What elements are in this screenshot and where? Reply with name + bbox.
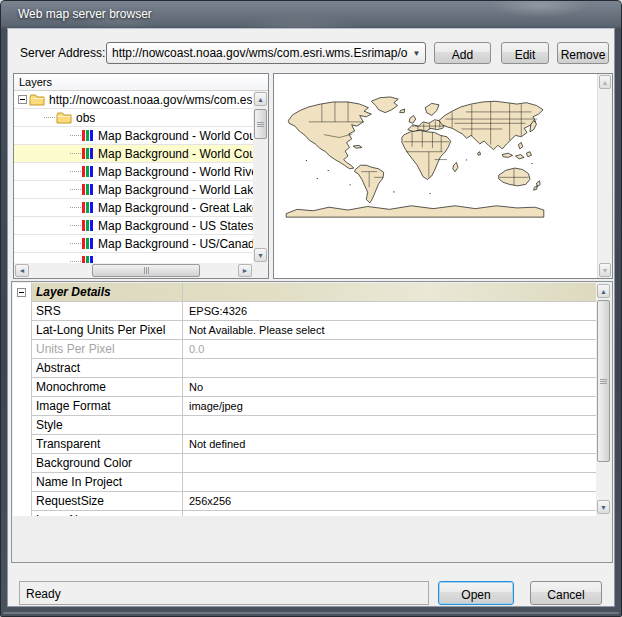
scroll-up-icon[interactable]: ▲ [254,92,267,106]
tree-vertical-scrollbar[interactable]: ▲ ▼ [253,91,268,263]
detail-value[interactable]: EPSG:4326 [183,302,596,320]
cancel-button[interactable]: Cancel [530,581,602,605]
scroll-down-icon[interactable]: ▼ [597,500,610,514]
details-scrollbar-thumb[interactable] [597,300,610,462]
detail-value[interactable] [183,359,596,377]
tree-connector [70,217,81,226]
tree-connector [70,127,81,136]
detail-value[interactable] [183,511,596,516]
collapse-icon[interactable] [18,95,27,104]
detail-value: 0.0 [183,340,596,358]
tree-connector [70,145,81,154]
tree-row-layer[interactable]: Map Background - World Coun [14,127,253,145]
tree-row-label: Map Background - World River [98,165,253,179]
world-map-preview [284,92,546,220]
layer-legend-icon [82,256,93,263]
tree-row-label: Map Background - World Coun [98,129,253,143]
detail-label: RequestSize [31,492,183,510]
tree-connector [44,109,55,118]
tree-row-layer-partial[interactable] [14,253,253,263]
tree-row-label: Map Background - US States - [98,219,253,233]
window-title: Web map server browser [18,7,152,21]
tree-hscrollbar-thumb[interactable] [92,264,200,277]
detail-value[interactable]: image/jpeg [183,397,596,415]
tree-row-layer[interactable]: Map Background - US States - [14,217,253,235]
tree-horizontal-scrollbar[interactable]: ◄ ► [14,263,253,278]
folder-icon [29,94,45,106]
details-row-units-per-pixel: Units Per Pixel 0.0 [31,340,596,359]
layer-details-panel: Layer Details SRS EPSG:4326 Lat-Long Uni… [11,281,613,563]
detail-value[interactable]: Not defined [183,435,596,453]
detail-value[interactable] [183,473,596,491]
details-header-spacer [183,283,596,301]
detail-value[interactable] [183,454,596,472]
tree-row-server-root[interactable]: http://nowcoast.noaa.gov/wms/com.es [14,91,253,109]
scroll-left-icon[interactable]: ◄ [15,264,29,277]
remove-button[interactable]: Remove [557,42,609,64]
tree-row-obs-folder[interactable]: obs [14,109,253,127]
tree-row-label: Map Background - World Lake [98,183,253,197]
tree-row-layer[interactable]: Map Background - World River [14,163,253,181]
detail-value[interactable] [183,416,596,434]
tree-connector [70,199,81,208]
detail-label: SRS [31,302,183,320]
detail-label: Image Format [31,397,183,415]
chevron-down-icon[interactable]: ▼ [408,48,425,58]
details-row-abstract: Abstract [31,359,596,378]
detail-label: Units Per Pixel [31,340,183,358]
tree-row-label: obs [76,111,95,125]
tree-row-label: Map Background - Great Lakes [98,201,253,215]
layer-legend-icon [82,220,93,231]
tree-row-layer[interactable]: Map Background - World Lake [14,181,253,199]
details-header-row: Layer Details [31,283,596,302]
collapse-icon[interactable] [17,288,26,297]
map-vertical-scrollbar[interactable]: ▲ ▼ [597,74,612,278]
tree-row-layer[interactable]: Map Background - US/Canada [14,235,253,253]
detail-value[interactable]: 256x256 [183,492,596,510]
scroll-up-icon[interactable]: ▲ [599,75,611,89]
layer-legend-icon [82,238,93,249]
detail-value[interactable]: Not Available. Please select [183,321,596,339]
layer-legend-icon [82,202,93,213]
server-address-combobox[interactable]: http://nowcoast.noaa.gov/wms/com.esri.wm… [106,42,426,64]
tree-connector [70,253,81,262]
details-vertical-scrollbar[interactable]: ▲ ▼ [596,283,611,515]
edit-button[interactable]: Edit [501,42,549,64]
layer-legend-icon [82,166,93,177]
tree-scrollbar-thumb[interactable] [254,109,267,139]
scroll-down-icon[interactable]: ▼ [254,248,267,262]
layers-panel: Layers http://nowcoast.noaa.gov/wms/com.… [13,73,269,279]
scroll-up-icon[interactable]: ▲ [597,284,610,298]
tree-row-layer[interactable]: Map Background - Great Lakes [14,199,253,217]
detail-value[interactable]: No [183,378,596,396]
layer-legend-icon [82,130,93,141]
thumb-grip [257,122,264,127]
scroll-right-icon[interactable]: ► [238,264,252,277]
details-row-layer-names: Layer Names [31,511,596,516]
detail-label: Lat-Long Units Per Pixel [31,321,183,339]
folder-icon [56,112,72,124]
web-map-server-browser-window: Web map server browser Server Address: h… [0,0,622,617]
open-button[interactable]: Open [438,581,514,605]
status-bar: Ready [19,581,429,605]
scroll-down-icon[interactable]: ▼ [599,263,611,277]
server-address-value: http://nowcoast.noaa.gov/wms/com.esri.wm… [107,46,408,60]
details-row-style: Style [31,416,596,435]
detail-label: Layer Names [31,511,183,516]
tree-connector [70,163,81,172]
layer-legend-icon [82,148,93,159]
tree-row-label: Map Background - World Coun [98,147,253,161]
add-button[interactable]: Add [434,42,491,64]
map-preview-panel: ▲ ▼ [273,73,613,279]
detail-label: Style [31,416,183,434]
thumb-grip [600,379,607,384]
details-row-latlong-upp: Lat-Long Units Per Pixel Not Available. … [31,321,596,340]
titlebar[interactable]: Web map server browser [0,0,622,28]
details-header-title: Layer Details [31,283,183,301]
tree-row-label: Map Background - US/Canada [98,237,253,251]
server-address-label: Server Address: [20,46,105,60]
tree-row-layer-selected[interactable]: Map Background - World Coun [14,145,253,163]
layer-legend-icon [82,184,93,195]
detail-label: Transparent [31,435,183,453]
details-row-monochrome: Monochrome No [31,378,596,397]
